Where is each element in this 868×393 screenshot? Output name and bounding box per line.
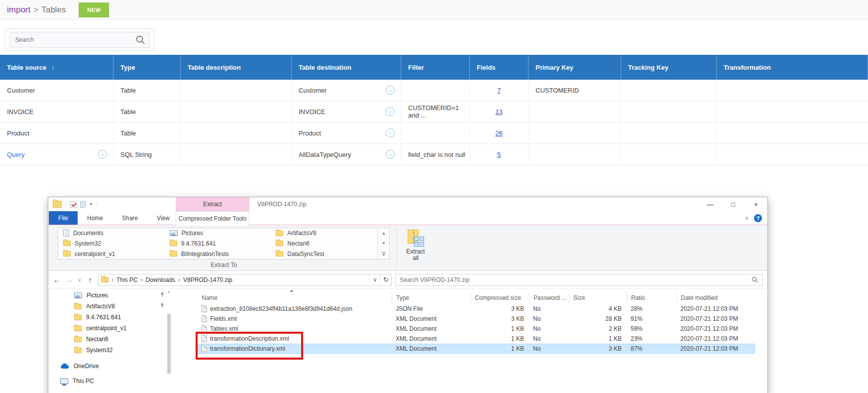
extract-to-datasynctest[interactable]: DataSyncTest — [271, 249, 377, 259]
xml-file-icon — [202, 325, 207, 332]
extract-to-documents[interactable]: Documents — [58, 228, 165, 239]
file-row-tables-xml[interactable]: Tables.xml XML Document 1 KB No 2 KB 59%… — [198, 324, 755, 334]
extract-all-button[interactable]: Extract all — [400, 227, 432, 269]
explorer-titlebar[interactable]: | | Extract V8PROD-1470.zip — □ × — [48, 197, 767, 211]
explorer-search-input[interactable] — [400, 276, 752, 283]
file-size: 3 KB — [569, 344, 627, 354]
col-header-table-description[interactable]: Table description — [181, 55, 292, 80]
json-file-icon — [202, 305, 207, 312]
col-header-filter[interactable]: Filter — [401, 55, 470, 80]
col-password[interactable]: Password ... — [529, 292, 569, 304]
col-label: Type — [120, 64, 135, 71]
extract-to-pictures[interactable]: Pictures — [165, 228, 271, 239]
refresh-icon[interactable]: ↻ — [380, 274, 391, 285]
search-input[interactable] — [10, 36, 135, 43]
fields-count-link[interactable]: 7 — [497, 87, 501, 94]
nav-item-artifactsv8[interactable]: ArtifactsV8 — [48, 301, 173, 312]
new-folder-icon[interactable] — [80, 201, 86, 208]
search-icon[interactable] — [135, 35, 145, 45]
recent-locations-icon[interactable]: ∨ — [77, 277, 82, 282]
maximize-button[interactable]: □ — [722, 197, 745, 211]
new-button[interactable]: NEW — [79, 2, 109, 17]
col-compressed-size[interactable]: Compressed size — [470, 292, 529, 304]
gallery-more[interactable] — [377, 249, 389, 259]
file-row-fields-xml[interactable]: Fields.xml XML Document 3 KB No 28 KB 91… — [198, 314, 755, 324]
info-icon[interactable]: i — [386, 150, 395, 159]
info-icon[interactable]: i — [386, 129, 395, 137]
tab-share[interactable]: Share — [112, 211, 147, 225]
col-header-table-source[interactable]: Table source↑ — [0, 55, 113, 80]
col-header-fields[interactable]: Fields — [470, 55, 529, 80]
extract-to-system32[interactable]: System32 — [58, 239, 165, 249]
col-label: Table description — [188, 64, 241, 71]
window-controls: — □ × — [699, 197, 767, 211]
extract-to-artifactsv8[interactable]: ArtifactsV8 — [271, 228, 377, 239]
close-button[interactable]: × — [745, 197, 767, 211]
nav-item-system32[interactable]: System32 — [48, 345, 173, 356]
col-name[interactable]: Name — [198, 292, 392, 304]
back-icon[interactable]: ← — [52, 275, 61, 284]
file-ratio: 59% — [627, 324, 676, 334]
help-icon[interactable]: ? — [754, 214, 762, 222]
extract-to-version-folder[interactable]: 9.4.7631.641 — [165, 239, 271, 249]
crumb-zip[interactable]: V8PROD-1470.zip — [183, 276, 232, 283]
forward-icon[interactable]: → — [65, 275, 74, 284]
explorer-content: Pictures ArtifactsV8 9.4.7631.641 centra… — [48, 289, 767, 393]
address-dropdown-icon[interactable]: ∨ — [369, 274, 380, 285]
minimize-button[interactable]: — — [699, 197, 722, 211]
info-icon[interactable]: i — [386, 107, 395, 116]
extract-to-biintegrationtests[interactable]: BIIntegrationTests — [165, 249, 271, 259]
file-row-extraction-json[interactable]: extraction_8108ec8234ff4b11a139e8f3d941d… — [198, 304, 755, 314]
breadcrumb-bar[interactable]: › This PC › Downloads › V8PROD-1470.zip … — [98, 274, 392, 286]
crumb-downloads[interactable]: Downloads — [146, 276, 175, 283]
tab-compressed-folder-tools[interactable]: Compressed Folder Tools — [176, 211, 249, 226]
crumb-this-pc[interactable]: This PC — [116, 276, 138, 283]
fields-count-link[interactable]: 26 — [495, 130, 502, 137]
col-size[interactable]: Size — [569, 292, 627, 304]
gallery-scroll-up[interactable] — [377, 228, 389, 239]
ribbon-top-right: ∧ ? — [745, 211, 767, 225]
nav-item-pictures[interactable]: Pictures — [48, 290, 173, 301]
nav-label: System32 — [86, 347, 112, 354]
customize-qat-chevron-icon[interactable] — [90, 203, 93, 205]
nav-item-this-pc[interactable]: This PC — [48, 376, 173, 387]
nav-scroll-thumb[interactable] — [167, 314, 171, 374]
info-icon[interactable]: i — [98, 150, 107, 159]
cell-filter: field_char is not null — [401, 144, 470, 165]
file-row-transformation-description-xml[interactable]: transformationDescription.xml XML Docume… — [198, 334, 755, 344]
info-icon[interactable]: i — [386, 86, 395, 95]
properties-check-icon[interactable] — [70, 201, 77, 208]
file-row-transformation-dictionary-xml[interactable]: transformationDictionary.xml XML Documen… — [198, 344, 755, 354]
cell-source: Product — [0, 123, 113, 144]
extract-to-nectari6[interactable]: Nectari6 — [271, 239, 377, 249]
nav-item-onedrive[interactable]: OneDrive — [48, 361, 173, 372]
nav-item-centralpoint[interactable]: centralpoint_v1 — [48, 323, 173, 334]
col-header-transformation[interactable]: Transformation — [717, 55, 868, 80]
up-icon[interactable]: ↑ — [86, 275, 95, 284]
col-header-type[interactable]: Type — [113, 55, 181, 80]
query-link[interactable]: Query — [7, 151, 24, 158]
col-header-primary-key[interactable]: Primary Key — [529, 55, 621, 80]
col-type[interactable]: Type — [392, 292, 470, 304]
gallery-scroll-down[interactable] — [377, 239, 389, 249]
tab-view[interactable]: View — [147, 211, 179, 225]
tab-home[interactable]: Home — [78, 211, 112, 225]
col-date-modified[interactable]: Date modified — [676, 292, 755, 304]
col-ratio[interactable]: Ratio — [627, 292, 676, 304]
nav-item-version-folder[interactable]: 9.4.7631.641 — [48, 312, 173, 323]
folder-icon — [276, 241, 283, 246]
nav-label: This PC — [73, 378, 94, 385]
col-header-tracking-key[interactable]: Tracking Key — [621, 55, 717, 80]
col-header-table-destination[interactable]: Table destination — [292, 55, 401, 80]
tab-file[interactable]: File — [49, 211, 78, 225]
collapse-ribbon-icon[interactable]: ∧ — [745, 215, 749, 221]
nav-scroll-up-icon[interactable]: ∧ — [167, 290, 171, 294]
extract-to-centralpoint[interactable]: centralpoint_v1 — [58, 249, 165, 259]
breadcrumb-section-import[interactable]: import — [7, 5, 30, 15]
fields-count-link[interactable]: 13 — [495, 108, 502, 116]
nav-item-nectari6[interactable]: Nectari6 — [48, 334, 173, 345]
navigation-pane: Pictures ArtifactsV8 9.4.7631.641 centra… — [48, 289, 173, 393]
nav-scrollbar[interactable]: ∧ — [167, 290, 171, 393]
fields-count-link[interactable]: 5 — [497, 151, 501, 158]
explorer-search-icon[interactable] — [752, 276, 759, 283]
